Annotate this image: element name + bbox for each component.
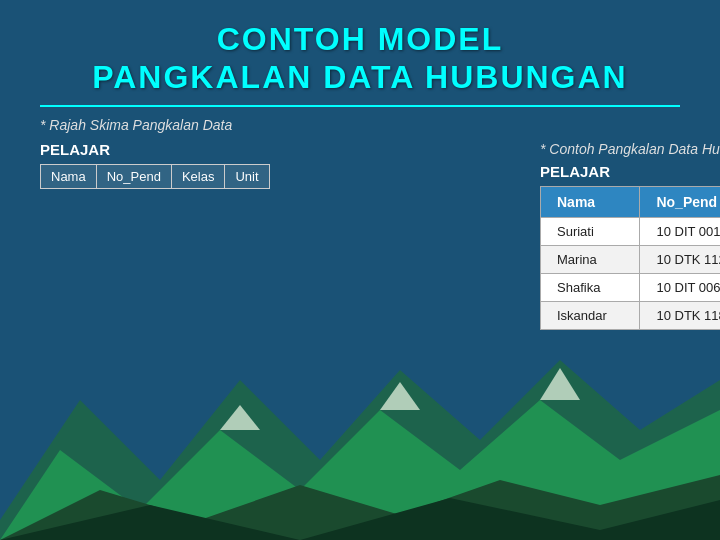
schema-col: Unit <box>225 164 269 188</box>
table-row: Iskandar10 DTK 118DTK 5TK <box>541 301 721 329</box>
table-header: No_Pend <box>640 186 720 217</box>
table-row: Shafika10 DIT 006DIT 5IT <box>541 273 721 301</box>
data-table: NamaNo_PendKelasUnit Suriati10 DIT 001DI… <box>540 186 720 330</box>
schema-col: Nama <box>41 164 97 188</box>
title-block: CONTOH MODEL PANGKALAN DATA HUBUNGAN <box>40 20 680 107</box>
schema-col: No_Pend <box>96 164 171 188</box>
table-cell: 10 DIT 006 <box>640 273 720 301</box>
table-header: Nama <box>541 186 640 217</box>
contoh-label: * Contoh Pangkalan Data Hubungan PELAJAR <box>540 141 720 157</box>
table-cell: Suriati <box>541 217 640 245</box>
table-cell: 10 DTK 118 <box>640 301 720 329</box>
table-cell: Iskandar <box>541 301 640 329</box>
schema-label: PELAJAR <box>40 141 280 158</box>
title-line2: PANGKALAN DATA HUBUNGAN <box>40 58 680 96</box>
title-divider <box>40 105 680 107</box>
title-line1: CONTOH MODEL <box>40 20 680 58</box>
table-row: Marina10 DTK 112DTK 5TK <box>541 245 721 273</box>
schema-table: NamaNo_PendKelasUnit <box>40 164 270 189</box>
data-table-label: PELAJAR <box>540 163 720 180</box>
table-cell: 10 DTK 112 <box>640 245 720 273</box>
schema-col: Kelas <box>171 164 225 188</box>
table-cell: Shafika <box>541 273 640 301</box>
subtitle: * Rajah Skima Pangkalan Data <box>40 117 680 133</box>
table-cell: 10 DIT 001 <box>640 217 720 245</box>
table-row: Suriati10 DIT 001DIT 5IT <box>541 217 721 245</box>
table-cell: Marina <box>541 245 640 273</box>
